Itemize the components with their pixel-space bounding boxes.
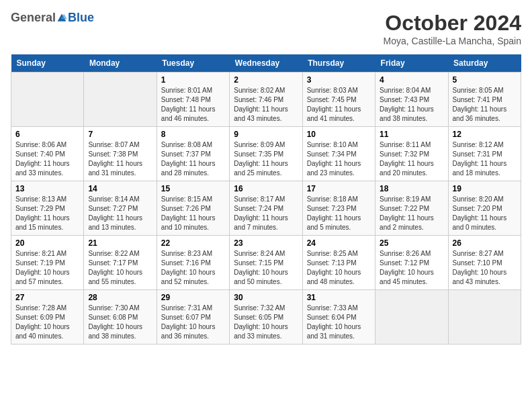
calendar-cell: 15Sunrise: 8:15 AMSunset: 7:26 PMDayligh…: [157, 181, 229, 236]
cell-details: Sunrise: 8:14 AMSunset: 7:27 PMDaylight:…: [88, 195, 152, 232]
calendar-cell: 8Sunrise: 8:08 AMSunset: 7:37 PMDaylight…: [157, 127, 229, 181]
day-number: 5: [453, 75, 517, 85]
logo-icon: [56, 13, 67, 24]
weekday-header-thursday: Thursday: [302, 54, 375, 73]
day-number: 24: [307, 238, 371, 248]
title-section: October 2024 Moya, Castille-La Mancha, S…: [384, 11, 521, 46]
calendar-cell: 27Sunrise: 7:28 AMSunset: 6:09 PMDayligh…: [11, 290, 84, 345]
calendar-cell: 22Sunrise: 8:23 AMSunset: 7:16 PMDayligh…: [157, 236, 229, 290]
cell-details: Sunrise: 8:21 AMSunset: 7:19 PMDaylight:…: [15, 249, 79, 287]
calendar-cell: 6Sunrise: 8:06 AMSunset: 7:40 PMDaylight…: [11, 127, 84, 181]
day-number: 2: [234, 75, 298, 85]
cell-details: Sunrise: 7:32 AMSunset: 6:05 PMDaylight:…: [234, 304, 298, 341]
calendar-cell: 20Sunrise: 8:21 AMSunset: 7:19 PMDayligh…: [11, 236, 84, 290]
calendar-week-1: 1Sunrise: 8:01 AMSunset: 7:48 PMDaylight…: [11, 73, 521, 127]
day-number: 22: [161, 238, 225, 248]
cell-details: Sunrise: 8:07 AMSunset: 7:38 PMDaylight:…: [88, 140, 152, 178]
weekday-header-tuesday: Tuesday: [157, 54, 229, 73]
calendar-cell: [11, 73, 84, 127]
day-number: 23: [234, 238, 298, 248]
cell-details: Sunrise: 8:24 AMSunset: 7:15 PMDaylight:…: [234, 249, 298, 287]
logo-blue-text: Blue: [68, 11, 94, 25]
calendar-table: SundayMondayTuesdayWednesdayThursdayFrid…: [11, 54, 521, 345]
calendar-cell: [448, 290, 521, 345]
day-number: 6: [15, 130, 79, 139]
day-number: 26: [453, 238, 517, 248]
cell-details: Sunrise: 8:10 AMSunset: 7:34 PMDaylight:…: [307, 140, 371, 178]
calendar-cell: 3Sunrise: 8:03 AMSunset: 7:45 PMDaylight…: [302, 73, 375, 127]
day-number: 18: [380, 184, 443, 193]
cell-details: Sunrise: 8:26 AMSunset: 7:12 PMDaylight:…: [380, 249, 443, 287]
calendar-cell: 19Sunrise: 8:20 AMSunset: 7:20 PMDayligh…: [448, 181, 521, 236]
calendar-cell: 10Sunrise: 8:10 AMSunset: 7:34 PMDayligh…: [302, 127, 375, 181]
cell-details: Sunrise: 8:02 AMSunset: 7:46 PMDaylight:…: [234, 86, 298, 124]
cell-details: Sunrise: 8:15 AMSunset: 7:26 PMDaylight:…: [161, 195, 225, 232]
day-number: 16: [234, 184, 298, 193]
day-number: 17: [307, 184, 371, 193]
calendar-cell: 9Sunrise: 8:09 AMSunset: 7:35 PMDaylight…: [230, 127, 302, 181]
calendar-week-3: 13Sunrise: 8:13 AMSunset: 7:29 PMDayligh…: [11, 181, 521, 236]
calendar-cell: 11Sunrise: 8:11 AMSunset: 7:32 PMDayligh…: [375, 127, 448, 181]
weekday-header-row: SundayMondayTuesdayWednesdayThursdayFrid…: [11, 54, 521, 73]
calendar-cell: 21Sunrise: 8:22 AMSunset: 7:17 PMDayligh…: [84, 236, 157, 290]
calendar-cell: 17Sunrise: 8:18 AMSunset: 7:23 PMDayligh…: [302, 181, 375, 236]
cell-details: Sunrise: 8:22 AMSunset: 7:17 PMDaylight:…: [88, 249, 152, 287]
cell-details: Sunrise: 8:18 AMSunset: 7:23 PMDaylight:…: [307, 195, 371, 232]
calendar-cell: 26Sunrise: 8:27 AMSunset: 7:10 PMDayligh…: [448, 236, 521, 290]
day-number: 31: [307, 293, 371, 302]
cell-details: Sunrise: 8:06 AMSunset: 7:40 PMDaylight:…: [15, 140, 79, 178]
calendar-cell: 7Sunrise: 8:07 AMSunset: 7:38 PMDaylight…: [84, 127, 157, 181]
page-header: General Blue October 2024 Moya, Castille…: [11, 11, 521, 46]
day-number: 20: [15, 238, 79, 248]
cell-details: Sunrise: 8:11 AMSunset: 7:32 PMDaylight:…: [380, 140, 443, 178]
day-number: 1: [161, 75, 225, 85]
calendar-cell: 5Sunrise: 8:05 AMSunset: 7:41 PMDaylight…: [448, 73, 521, 127]
weekday-header-saturday: Saturday: [448, 54, 521, 73]
logo: General Blue: [11, 11, 94, 25]
cell-details: Sunrise: 8:12 AMSunset: 7:31 PMDaylight:…: [453, 140, 517, 178]
cell-details: Sunrise: 8:09 AMSunset: 7:35 PMDaylight:…: [234, 140, 298, 178]
calendar-cell: 2Sunrise: 8:02 AMSunset: 7:46 PMDaylight…: [230, 73, 302, 127]
day-number: 15: [161, 184, 225, 193]
calendar-cell: 4Sunrise: 8:04 AMSunset: 7:43 PMDaylight…: [375, 73, 448, 127]
calendar-week-4: 20Sunrise: 8:21 AMSunset: 7:19 PMDayligh…: [11, 236, 521, 290]
calendar-cell: [375, 290, 448, 345]
weekday-header-wednesday: Wednesday: [230, 54, 302, 73]
cell-details: Sunrise: 8:27 AMSunset: 7:10 PMDaylight:…: [453, 249, 517, 287]
cell-details: Sunrise: 7:28 AMSunset: 6:09 PMDaylight:…: [15, 304, 79, 341]
day-number: 25: [380, 238, 443, 248]
cell-details: Sunrise: 8:03 AMSunset: 7:45 PMDaylight:…: [307, 86, 371, 124]
day-number: 27: [15, 293, 79, 302]
cell-details: Sunrise: 8:20 AMSunset: 7:20 PMDaylight:…: [453, 195, 517, 232]
day-number: 29: [161, 293, 225, 302]
cell-details: Sunrise: 8:01 AMSunset: 7:48 PMDaylight:…: [161, 86, 225, 124]
calendar-cell: 12Sunrise: 8:12 AMSunset: 7:31 PMDayligh…: [448, 127, 521, 181]
logo-general-text: General: [11, 11, 56, 25]
cell-details: Sunrise: 8:25 AMSunset: 7:13 PMDaylight:…: [307, 249, 371, 287]
weekday-header-monday: Monday: [84, 54, 157, 73]
calendar-cell: 31Sunrise: 7:33 AMSunset: 6:04 PMDayligh…: [302, 290, 375, 345]
calendar-cell: 1Sunrise: 8:01 AMSunset: 7:48 PMDaylight…: [157, 73, 229, 127]
day-number: 9: [234, 130, 298, 139]
cell-details: Sunrise: 8:05 AMSunset: 7:41 PMDaylight:…: [453, 86, 517, 124]
day-number: 14: [88, 184, 152, 193]
calendar-cell: 28Sunrise: 7:30 AMSunset: 6:08 PMDayligh…: [84, 290, 157, 345]
calendar-cell: 14Sunrise: 8:14 AMSunset: 7:27 PMDayligh…: [84, 181, 157, 236]
calendar-cell: 25Sunrise: 8:26 AMSunset: 7:12 PMDayligh…: [375, 236, 448, 290]
month-title: October 2024: [384, 11, 521, 36]
weekday-header-friday: Friday: [375, 54, 448, 73]
day-number: 13: [15, 184, 79, 193]
cell-details: Sunrise: 7:31 AMSunset: 6:07 PMDaylight:…: [161, 304, 225, 341]
cell-details: Sunrise: 8:08 AMSunset: 7:37 PMDaylight:…: [161, 140, 225, 178]
cell-details: Sunrise: 8:19 AMSunset: 7:22 PMDaylight:…: [380, 195, 443, 232]
calendar-cell: 18Sunrise: 8:19 AMSunset: 7:22 PMDayligh…: [375, 181, 448, 236]
calendar-cell: [84, 73, 157, 127]
day-number: 28: [88, 293, 152, 302]
cell-details: Sunrise: 8:23 AMSunset: 7:16 PMDaylight:…: [161, 249, 225, 287]
calendar-week-5: 27Sunrise: 7:28 AMSunset: 6:09 PMDayligh…: [11, 290, 521, 345]
calendar-week-2: 6Sunrise: 8:06 AMSunset: 7:40 PMDaylight…: [11, 127, 521, 181]
day-number: 8: [161, 130, 225, 139]
calendar-cell: 23Sunrise: 8:24 AMSunset: 7:15 PMDayligh…: [230, 236, 302, 290]
cell-details: Sunrise: 8:17 AMSunset: 7:24 PMDaylight:…: [234, 195, 298, 232]
day-number: 7: [88, 130, 152, 139]
